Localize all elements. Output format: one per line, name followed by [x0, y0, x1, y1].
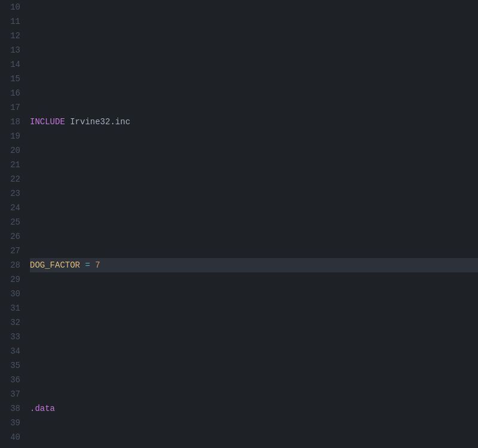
ln-25: 25	[2, 215, 20, 229]
code-line-10	[30, 43, 478, 57]
ln-36: 36	[2, 373, 20, 387]
ln-10: 10	[2, 0, 20, 14]
code-line-14	[30, 330, 478, 344]
ln-37: 37	[2, 387, 20, 401]
code-editor: 10 11 12 13 14 15 16 17 18 19 20 21 22 2…	[0, 0, 478, 448]
ln-13: 13	[2, 43, 20, 57]
ln-26: 26	[2, 229, 20, 244]
code-line-11: INCLUDE Irvine32.inc	[30, 115, 478, 129]
ln-38: 38	[2, 401, 20, 416]
ln-20: 20	[2, 143, 20, 158]
ln-33: 33	[2, 330, 20, 344]
ln-35: 35	[2, 358, 20, 373]
ln-22: 22	[2, 172, 20, 186]
ln-19: 19	[2, 129, 20, 143]
ln-40: 40	[2, 430, 20, 444]
ln-11: 11	[2, 14, 20, 29]
ln-15: 15	[2, 72, 20, 86]
ln-18: 18	[2, 115, 20, 129]
ln-31: 31	[2, 301, 20, 315]
code-line-12	[30, 186, 478, 201]
code-line-13: DOG_FACTOR = 7	[30, 258, 478, 272]
line-numbers: 10 11 12 13 14 15 16 17 18 19 20 21 22 2…	[0, 0, 25, 448]
ln-41: 41	[2, 444, 20, 448]
ln-34: 34	[2, 344, 20, 358]
ln-30: 30	[2, 287, 20, 301]
ln-21: 21	[2, 158, 20, 172]
ln-39: 39	[2, 416, 20, 430]
code-line-15: .data	[30, 401, 478, 416]
ln-29: 29	[2, 272, 20, 287]
code-content: INCLUDE Irvine32.inc DOG_FACTOR = 7 .dat…	[25, 0, 478, 448]
ln-23: 23	[2, 186, 20, 201]
ln-32: 32	[2, 315, 20, 330]
ln-14: 14	[2, 57, 20, 72]
ln-17: 17	[2, 100, 20, 115]
ln-12: 12	[2, 29, 20, 43]
ln-28: 28	[2, 258, 20, 272]
ln-27: 27	[2, 244, 20, 258]
ln-16: 16	[2, 86, 20, 100]
ln-24: 24	[2, 201, 20, 215]
